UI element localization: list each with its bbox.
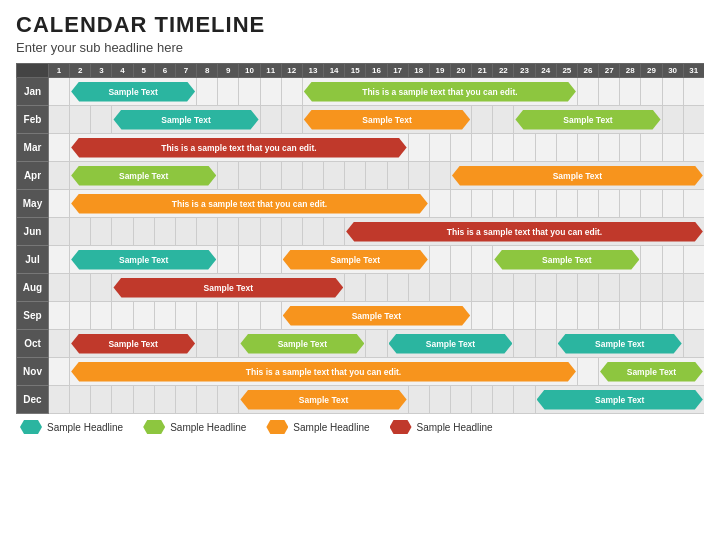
bar-cell: Sample Text — [70, 78, 197, 106]
bar-label: Sample Text — [537, 390, 703, 410]
empty-cell — [429, 386, 450, 414]
empty-cell — [620, 274, 641, 302]
month-label-Nov: Nov — [17, 358, 49, 386]
empty-cell — [133, 302, 154, 330]
empty-cell — [49, 246, 70, 274]
empty-cell — [49, 386, 70, 414]
empty-cell — [641, 274, 662, 302]
empty-cell — [218, 162, 239, 190]
header-row: 1234567891011121314151617181920212223242… — [17, 64, 705, 78]
bar-label: This is a sample text that you can edit. — [71, 362, 576, 382]
day-header-26: 26 — [577, 64, 598, 78]
bar-cell: Sample Text — [493, 246, 641, 274]
bar-cell: Sample Text — [281, 246, 429, 274]
empty-cell — [302, 162, 323, 190]
month-label-Jan: Jan — [17, 78, 49, 106]
timeline-row-Apr: Apr Sample Text Sample Text — [17, 162, 705, 190]
bar-label: Sample Text — [452, 166, 703, 186]
empty-cell — [197, 330, 218, 358]
empty-cell — [472, 386, 493, 414]
empty-cell — [535, 274, 556, 302]
bar-cell: Sample Text — [70, 330, 197, 358]
empty-cell — [70, 106, 91, 134]
day-header-7: 7 — [175, 64, 196, 78]
bar-cell: This is a sample text that you can edit. — [302, 78, 577, 106]
legend-swatch-green — [143, 420, 165, 434]
bar-cell: This is a sample text that you can edit. — [345, 218, 704, 246]
empty-cell — [345, 274, 366, 302]
bar-label: Sample Text — [494, 250, 639, 270]
empty-cell — [683, 302, 704, 330]
bar-cell: Sample Text — [387, 330, 514, 358]
empty-cell — [514, 274, 535, 302]
month-label-Oct: Oct — [17, 330, 49, 358]
empty-cell — [70, 274, 91, 302]
empty-cell — [408, 274, 429, 302]
bar-label: This is a sample text that you can edit. — [346, 222, 703, 242]
empty-cell — [472, 190, 493, 218]
empty-cell — [535, 134, 556, 162]
bar-label: Sample Text — [240, 334, 364, 354]
empty-cell — [429, 190, 450, 218]
empty-cell — [662, 190, 683, 218]
bar-label: Sample Text — [283, 250, 428, 270]
timeline-row-Mar: Mar This is a sample text that you can e… — [17, 134, 705, 162]
bar-label: This is a sample text that you can edit. — [71, 138, 407, 158]
timeline-row-Jan: Jan Sample Text This is a sample text th… — [17, 78, 705, 106]
bar-label: Sample Text — [113, 278, 343, 298]
bar-cell: This is a sample text that you can edit. — [70, 190, 430, 218]
day-header-5: 5 — [133, 64, 154, 78]
day-header-2: 2 — [70, 64, 91, 78]
empty-cell — [472, 274, 493, 302]
empty-cell — [599, 302, 620, 330]
empty-cell — [239, 78, 260, 106]
timeline-row-Nov: Nov This is a sample text that you can e… — [17, 358, 705, 386]
bar-cell: Sample Text — [535, 386, 704, 414]
empty-cell — [662, 302, 683, 330]
empty-cell — [260, 78, 281, 106]
empty-cell — [387, 162, 408, 190]
bar-label: Sample Text — [113, 110, 258, 130]
day-header-20: 20 — [450, 64, 471, 78]
empty-cell — [197, 386, 218, 414]
day-header-1: 1 — [49, 64, 70, 78]
empty-cell — [450, 246, 471, 274]
bar-label: Sample Text — [283, 306, 470, 326]
bar-cell: Sample Text — [70, 162, 218, 190]
day-header-15: 15 — [345, 64, 366, 78]
bar-label: Sample Text — [71, 250, 216, 270]
timeline-row-Feb: Feb Sample Text Sample Text Sample Text — [17, 106, 705, 134]
legend: Sample Headline Sample Headline Sample H… — [16, 420, 704, 434]
empty-cell — [493, 386, 514, 414]
empty-cell — [620, 78, 641, 106]
empty-cell — [175, 302, 196, 330]
empty-cell — [620, 302, 641, 330]
empty-cell — [535, 330, 556, 358]
day-header-13: 13 — [302, 64, 323, 78]
empty-cell — [472, 106, 493, 134]
empty-cell — [408, 162, 429, 190]
bar-label: Sample Text — [71, 82, 195, 102]
day-header-14: 14 — [324, 64, 345, 78]
timeline-row-Jun: Jun This is a sample text that you can e… — [17, 218, 705, 246]
empty-cell — [620, 190, 641, 218]
legend-label-green: Sample Headline — [170, 422, 246, 433]
empty-cell — [49, 302, 70, 330]
empty-cell — [683, 78, 704, 106]
bar-label: Sample Text — [558, 334, 682, 354]
empty-cell — [218, 78, 239, 106]
empty-cell — [514, 190, 535, 218]
empty-cell — [662, 106, 683, 134]
day-header-8: 8 — [197, 64, 218, 78]
empty-cell — [683, 106, 704, 134]
empty-cell — [535, 190, 556, 218]
empty-cell — [662, 134, 683, 162]
bar-label: This is a sample text that you can edit. — [71, 194, 428, 214]
timeline-row-May: May This is a sample text that you can e… — [17, 190, 705, 218]
legend-swatch-teal — [20, 420, 42, 434]
legend-swatch-orange — [266, 420, 288, 434]
empty-cell — [514, 134, 535, 162]
day-header-9: 9 — [218, 64, 239, 78]
legend-swatch-red — [390, 420, 412, 434]
empty-cell — [408, 386, 429, 414]
